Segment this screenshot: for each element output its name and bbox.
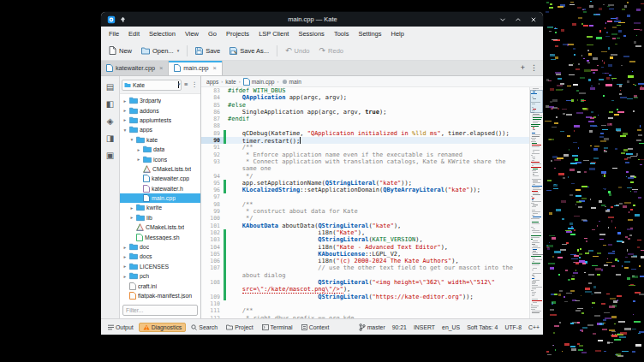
save-as-button[interactable]: Save As...: [225, 45, 273, 56]
minimap-scrollbar[interactable]: [529, 87, 543, 318]
expand-arrow-icon[interactable]: ▸: [122, 274, 128, 279]
encoding[interactable]: UTF-8: [504, 324, 522, 330]
context-toggle-button[interactable]: Context: [298, 323, 333, 331]
tree-item-craft.ini[interactable]: craft.ini: [120, 281, 200, 290]
code-line[interactable]: 107 // use the other text field to get o…: [201, 264, 530, 271]
search-toggle-button[interactable]: Search: [188, 323, 221, 331]
terminal-toggle-button[interactable]: Terminal: [259, 323, 296, 331]
collapse-arrow-icon[interactable]: ▾: [122, 128, 128, 133]
code-line[interactable]: 102 i18n("Kate"),: [201, 229, 530, 236]
tree-item-main.cpp[interactable]: main.cpp: [120, 193, 200, 203]
tree-item-cmakelists.txt[interactable]: CMakeLists.txt: [120, 223, 200, 232]
code-line[interactable]: 104 i18n("Kate - Advanced Text Editor"),: [201, 244, 530, 251]
tree-item-doc[interactable]: ▸doc: [120, 242, 200, 252]
code-line[interactable]: 86 SingleApplication app(argc, argv, tru…: [201, 109, 530, 116]
tree-item-kwrite[interactable]: ▸kwrite: [120, 203, 200, 212]
menu-lsp-client[interactable]: LSP Client: [254, 28, 293, 39]
code-line[interactable]: 85#else: [201, 102, 530, 109]
project-selector[interactable]: Kate ▾: [122, 80, 182, 91]
code-line[interactable]: 93 * Connect application with translatio…: [201, 158, 530, 165]
expand-arrow-icon[interactable]: ▸: [129, 205, 134, 211]
tree-item-lib[interactable]: ▸lib: [120, 213, 200, 223]
code-line[interactable]: 87#endif: [201, 116, 530, 122]
expand-arrow-icon[interactable]: ▸: [136, 157, 141, 162]
code-line[interactable]: 95 app.setApplicationName(QStringLiteral…: [201, 180, 530, 187]
sidebar-projects-button[interactable]: ▣: [106, 151, 114, 160]
expand-arrow-icon[interactable]: ▸: [122, 264, 128, 269]
code-line[interactable]: 83#ifdef WITH_DBUS: [201, 87, 530, 94]
expand-arrow-icon[interactable]: ▸: [122, 98, 128, 104]
menu-settings[interactable]: Settings: [354, 28, 385, 39]
minimap-slider[interactable]: [530, 90, 543, 113]
tab-close-icon[interactable]: ×: [159, 64, 163, 72]
tree-item-kate[interactable]: ▾kate: [120, 135, 200, 145]
menu-edit[interactable]: Edit: [124, 28, 144, 39]
tab-main.cpp[interactable]: main.cpp×: [169, 61, 223, 75]
tree-item-katewaiter.cpp[interactable]: katewaiter.cpp: [120, 174, 200, 183]
tree-item-data[interactable]: ▸data: [120, 145, 200, 154]
code-line[interactable]: 89 qCDebug(KateTime, "QApplication initi…: [201, 130, 530, 137]
tree-item-icons[interactable]: ▸icons: [120, 154, 200, 163]
maximize-button[interactable]: [515, 16, 522, 23]
code-view[interactable]: 83#ifdef WITH_DBUS84 QApplication app(ar…: [201, 87, 543, 318]
menu-projects[interactable]: Projects: [222, 28, 253, 39]
code-line[interactable]: 106 i18n("(c) 2000-2024 The Kate Authors…: [201, 258, 530, 264]
project-filter-input[interactable]: [122, 305, 198, 316]
tab-list-button[interactable]: ⋮: [530, 64, 538, 72]
code-line[interactable]: about dialog: [201, 272, 530, 279]
project-toggle-button[interactable]: Project: [223, 323, 256, 331]
breadcrumb-item[interactable]: kate: [225, 79, 236, 85]
sidebar-git-button[interactable]: ◈: [107, 116, 114, 126]
tree-item-cmakelists.txt[interactable]: CMakeLists.txt: [120, 164, 200, 174]
code-line[interactable]: 84 QApplication app(argc, argv);: [201, 94, 530, 101]
menu-help[interactable]: Help: [387, 28, 408, 39]
tab-katewaiter.cpp[interactable]: katewaiter.cpp×: [101, 61, 169, 75]
code-line[interactable]: 101 KAboutData aboutData(QStringLiteral(…: [201, 223, 530, 229]
save-button[interactable]: Save: [191, 45, 224, 56]
code-line[interactable]: 111 /**: [201, 307, 530, 314]
menu-sessions[interactable]: Sessions: [294, 28, 328, 39]
dictionary[interactable]: en_US: [442, 324, 460, 330]
code-line[interactable]: 103 QStringLiteral(KATE_VERSION),: [201, 236, 530, 243]
menu-go[interactable]: Go: [204, 28, 221, 39]
input-mode[interactable]: INSERT: [414, 324, 435, 330]
open-button[interactable]: Open... ▾: [137, 45, 183, 56]
expand-arrow-icon[interactable]: ▸: [122, 254, 128, 259]
menu-file[interactable]: File: [104, 28, 123, 39]
code-line[interactable]: 109 QStringLiteral("https://kate-editor.…: [201, 294, 530, 300]
code-line[interactable]: 92 * Enforce application name even if th…: [201, 151, 530, 158]
code-line[interactable]: 98 /**: [201, 201, 530, 208]
git-branch-indicator[interactable]: master: [359, 323, 385, 331]
tree-item-apps[interactable]: ▾apps: [120, 125, 200, 134]
collapse-arrow-icon[interactable]: ▾: [129, 137, 134, 142]
code-line[interactable]: 88: [201, 122, 530, 129]
current-line[interactable]: 90 timer.restart();: [201, 137, 530, 144]
code-line[interactable]: same one: [201, 165, 530, 172]
undo-button[interactable]: ↶ Undo: [281, 45, 313, 56]
code-line[interactable]: 99 * construct about data for Kate: [201, 208, 530, 215]
tree-item-addons[interactable]: ▸addons: [120, 105, 200, 115]
tree-item-katewaiter.h[interactable]: katewaiter.h: [120, 184, 200, 193]
sidebar-filesystem-button[interactable]: ◧: [106, 99, 114, 109]
new-tab-button[interactable]: +: [521, 64, 525, 72]
open-dropdown-caret[interactable]: ▾: [177, 48, 180, 53]
code-line[interactable]: 100 */: [201, 215, 530, 222]
expand-arrow-icon[interactable]: ▸: [129, 215, 134, 220]
output-toggle-button[interactable]: Output: [104, 323, 137, 331]
tab-close-icon[interactable]: ×: [213, 64, 217, 72]
expand-arrow-icon[interactable]: ▸: [122, 245, 128, 250]
tree-item-flatpak-manifest.json[interactable]: flatpak-manifest.json: [120, 291, 200, 300]
tree-item-appiumtests[interactable]: ▸appiumtests: [120, 116, 200, 125]
code-line[interactable]: 96 KLocalizedString::setApplicationDomai…: [201, 187, 530, 193]
code-line[interactable]: 110: [201, 300, 530, 307]
titlebar[interactable]: main.cpp — Kate: [101, 12, 543, 27]
cursor-position[interactable]: 90:21: [392, 324, 407, 330]
redo-button[interactable]: ↷ Redo: [315, 45, 348, 56]
code-line[interactable]: 91 /**: [201, 144, 530, 151]
sidebar-build-button[interactable]: ◨: [106, 134, 114, 143]
tree-item-pch[interactable]: ▸pch: [120, 271, 200, 281]
pin-icon[interactable]: [120, 16, 126, 23]
sidebar-documents-button[interactable]: ▤: [106, 82, 114, 92]
menu-view[interactable]: View: [181, 28, 203, 39]
tree-item-3rdparty[interactable]: ▸3rdparty: [120, 96, 200, 105]
